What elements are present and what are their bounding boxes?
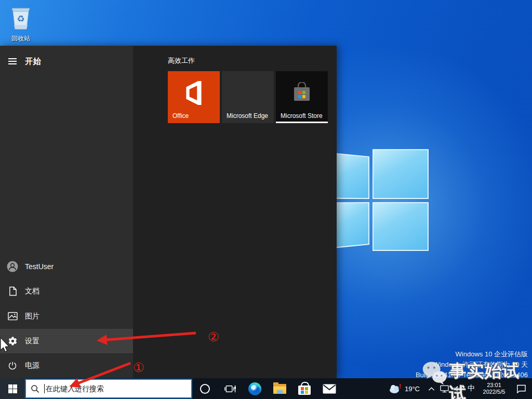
start-menu: 开始 TestUser 文档 图片 设置 xyxy=(0,46,337,378)
cortana-icon xyxy=(200,384,210,394)
sidebar-item-documents[interactable]: 文档 xyxy=(0,279,133,303)
watermark-line-1: Windows 10 企业评估版 xyxy=(416,349,528,360)
chevron-up-icon xyxy=(428,387,435,391)
system-tray: ! 19°C 中 23:01 2022/5/5 xyxy=(389,378,532,399)
gear-icon xyxy=(0,336,25,346)
start-menu-title: 开始 xyxy=(25,57,42,66)
sidebar-item-settings[interactable]: 设置 xyxy=(0,329,133,353)
mail-icon xyxy=(323,384,336,394)
ime-indicator[interactable]: 中 xyxy=(464,378,478,399)
sidebar-item-label: TestUser xyxy=(25,262,54,271)
hamburger-menu-button[interactable] xyxy=(0,58,25,64)
edge-icon xyxy=(248,382,261,395)
sidebar-item-pictures[interactable]: 图片 xyxy=(0,304,133,328)
start-button[interactable] xyxy=(0,378,25,399)
volume-icon xyxy=(453,385,462,393)
task-view-icon xyxy=(224,383,236,395)
weather-cloud-icon: ! xyxy=(389,383,402,394)
search-icon xyxy=(31,384,39,393)
tile-office[interactable]: Office xyxy=(168,71,220,123)
recycle-bin[interactable]: ♻ 回收站 xyxy=(1,4,41,43)
start-menu-left-rail: 开始 TestUser 文档 图片 设置 xyxy=(0,46,133,378)
volume-tray-button[interactable] xyxy=(451,378,464,399)
office-icon xyxy=(184,80,204,108)
mail-button[interactable] xyxy=(317,378,342,399)
store-icon xyxy=(298,385,311,395)
file-explorer-icon xyxy=(273,384,286,394)
sidebar-item-label: 文档 xyxy=(25,287,39,296)
clock[interactable]: 23:01 2022/5/5 xyxy=(478,378,510,399)
windows-logo-wallpaper xyxy=(335,149,430,251)
text-caret xyxy=(44,384,45,393)
evaluation-watermark: Windows 10 企业评估版 Windows 许可证有效期为 90 天 Bu… xyxy=(416,349,528,380)
user-avatar-icon xyxy=(0,261,25,272)
action-center-button[interactable] xyxy=(510,378,532,399)
show-hidden-icons-button[interactable] xyxy=(425,378,437,399)
weather-widget[interactable]: ! 19°C xyxy=(389,378,425,399)
sidebar-item-label: 电源 xyxy=(25,361,39,370)
taskbar: ! 19°C 中 23:01 2022/5/5 xyxy=(0,378,532,399)
edge-taskbar-button[interactable] xyxy=(242,378,267,399)
cortana-button[interactable] xyxy=(192,378,217,399)
action-center-icon xyxy=(516,384,526,393)
task-view-button[interactable] xyxy=(217,378,242,399)
sidebar-item-user[interactable]: TestUser xyxy=(0,254,133,278)
document-icon xyxy=(0,286,25,296)
svg-text:!: ! xyxy=(399,383,401,390)
tile-label: Microsoft Store xyxy=(281,112,323,119)
temperature-label: 19°C xyxy=(405,385,420,393)
recycle-bin-icon: ♻ xyxy=(8,4,34,31)
file-explorer-button[interactable] xyxy=(267,378,292,399)
windows-start-icon xyxy=(8,384,17,393)
tile-section-title: 高效工作 xyxy=(168,56,195,65)
start-menu-tile-panel: 高效工作 Office Microsoft Edge Microsoft Sto… xyxy=(133,46,337,378)
clock-time: 23:01 xyxy=(483,382,506,389)
store-icon xyxy=(292,82,311,106)
sidebar-item-label: 图片 xyxy=(25,312,39,321)
tile-selection-underline xyxy=(276,122,328,123)
sidebar-item-label: 设置 xyxy=(25,337,39,346)
tile-edge[interactable]: Microsoft Edge xyxy=(222,71,274,123)
taskbar-search[interactable] xyxy=(25,379,192,398)
clock-date: 2022/5/5 xyxy=(483,389,506,395)
picture-icon xyxy=(0,312,25,321)
power-icon xyxy=(0,361,25,370)
store-taskbar-button[interactable] xyxy=(292,378,317,399)
tile-label: Office xyxy=(172,112,189,119)
network-icon xyxy=(440,385,449,393)
svg-text:♻: ♻ xyxy=(17,14,24,24)
watermark-line-2: Windows 许可证有效期为 90 天 xyxy=(416,360,528,370)
tile-label: Microsoft Edge xyxy=(227,112,268,119)
sidebar-item-power[interactable]: 电源 xyxy=(0,353,133,378)
network-tray-button[interactable] xyxy=(437,378,451,399)
recycle-bin-label: 回收站 xyxy=(1,34,41,43)
search-input[interactable] xyxy=(46,384,191,393)
tile-store[interactable]: Microsoft Store xyxy=(276,71,328,123)
